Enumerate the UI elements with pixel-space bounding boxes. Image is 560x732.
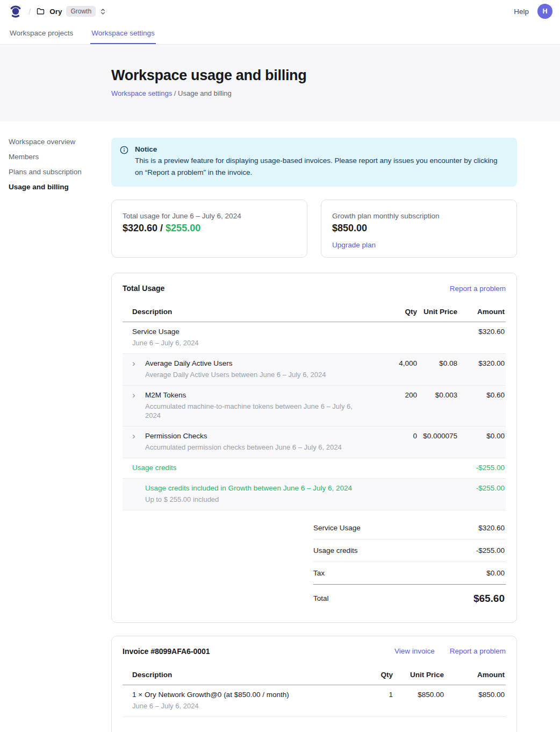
- col-amount: Amount: [444, 671, 506, 679]
- row-description: Permission Checks: [145, 431, 362, 441]
- report-problem-link[interactable]: Report a problem: [450, 647, 506, 655]
- avatar[interactable]: H: [537, 4, 552, 19]
- page-title: Workspace usage and billing: [111, 67, 560, 84]
- invoice-title: Invoice #8099AFA6-0001: [123, 647, 210, 656]
- tab[interactable]: Workspace settings: [90, 23, 156, 44]
- chevron-updown-icon: [100, 8, 106, 15]
- workspace-name: Ory: [49, 8, 62, 16]
- row-amount: -$255.00: [457, 484, 506, 493]
- row-subtext: June 6 – July 6, 2024: [132, 338, 362, 348]
- table-header: Description Qty Unit Price Amount: [123, 302, 506, 322]
- row-amount: $0.60: [457, 390, 506, 400]
- row-subtext: Up to $ 255.00 included: [145, 495, 362, 504]
- sidebar-item[interactable]: Workspace overview: [9, 138, 111, 146]
- sidebar-item[interactable]: Plans and subscription: [9, 168, 111, 176]
- upgrade-plan-link[interactable]: Upgrade plan: [332, 241, 376, 249]
- usage-period-label: Total usage for June 6 – July 6, 2024: [123, 212, 296, 220]
- sidebar-item[interactable]: Usage and billing: [9, 183, 111, 191]
- summary-row: 1 × Ory Network Growth@0 (at $850.00 / m…: [313, 723, 506, 732]
- table-row: › Service Usage June 6 – July 6, 2024 $3…: [123, 322, 506, 354]
- breadcrumb: Workspace settings / Usage and billing: [111, 89, 560, 97]
- avatar-initial: H: [542, 8, 547, 15]
- row-subtext: Accumulated machine-to-machine tokens be…: [145, 402, 362, 421]
- view-invoice-link[interactable]: View invoice: [394, 647, 435, 655]
- row-description: Average Daily Active Users: [145, 359, 362, 368]
- plan-subscription-card: Growth plan monthly subscription $850.00…: [321, 200, 517, 258]
- row-amount: $320.60: [457, 327, 506, 337]
- expand-chevron-icon[interactable]: ›: [132, 359, 140, 369]
- notice-body: This is a preview feature for displaying…: [135, 155, 506, 178]
- summary-row: Usage credits -$255.00: [313, 539, 506, 562]
- tab[interactable]: Workspace projects: [9, 23, 74, 44]
- row-description: Usage credits: [132, 463, 362, 473]
- row-unit-price: $0.003: [417, 390, 457, 400]
- col-unit-price: Unit Price: [393, 671, 444, 679]
- col-description: Description: [132, 671, 361, 679]
- notice-banner: Notice This is a preview feature for dis…: [111, 138, 517, 187]
- folder-icon: [37, 7, 45, 16]
- col-unit-price: Unit Price: [417, 308, 457, 316]
- table-row: › 1 × Ory Network Growth@0 (at $850.00 /…: [123, 685, 506, 717]
- row-unit-price: $0.000075: [417, 431, 457, 441]
- col-amount: Amount: [457, 308, 506, 316]
- breadcrumb-sep: /: [172, 89, 178, 97]
- expand-chevron-icon[interactable]: ›: [132, 390, 140, 401]
- col-qty: Qty: [361, 671, 393, 679]
- main-content: Notice This is a preview feature for dis…: [111, 122, 517, 732]
- usage-credit-amount: $255.00: [166, 223, 200, 233]
- breadcrumb-current: Usage and billing: [178, 89, 232, 97]
- plan-badge: Growth: [66, 6, 96, 17]
- sidebar-item[interactable]: Members: [9, 153, 111, 161]
- page-header: Workspace usage and billing Workspace se…: [0, 45, 560, 122]
- summary-total-row: Total $65.60: [313, 584, 506, 612]
- row-amount: $0.00: [457, 431, 506, 441]
- row-amount: -$255.00: [457, 463, 506, 473]
- table-row: › Average Daily Active Users Average Dai…: [123, 354, 506, 386]
- usage-summary: Service Usage $320.60 Usage credits -$25…: [313, 517, 506, 612]
- settings-sidebar: Workspace overview Members Plans and sub…: [0, 122, 111, 732]
- col-qty: Qty: [369, 308, 417, 316]
- col-description: Description: [132, 308, 369, 316]
- plan-amount: $850.00: [332, 223, 506, 234]
- row-subtext: Average Daily Active Users between June …: [145, 370, 362, 380]
- row-unit-price: $850.00: [393, 690, 444, 700]
- row-qty: 200: [369, 390, 417, 400]
- notice-title: Notice: [135, 145, 506, 153]
- row-description: M2M Tokens: [145, 390, 362, 400]
- row-amount: $320.00: [457, 359, 506, 368]
- workspace-switcher[interactable]: Ory Growth: [37, 6, 106, 17]
- summary-row: Tax $0.00: [313, 562, 506, 584]
- invoice-summary: 1 × Ory Network Growth@0 (at $850.00 / m…: [313, 723, 506, 732]
- total-usage-card: Total Usage Report a problem Description…: [111, 273, 517, 623]
- row-description: Usage credits included in Growth between…: [145, 484, 362, 493]
- help-link[interactable]: Help: [514, 8, 529, 16]
- workspace-tabs: Workspace projects Workspace settings: [0, 23, 560, 45]
- info-icon: [120, 146, 128, 178]
- table-header: Description Qty Unit Price Amount: [123, 665, 506, 685]
- row-qty: 0: [369, 431, 417, 441]
- table-row: › Usage credits -$255.00: [123, 458, 506, 479]
- usage-amount: $320.60 / $255.00: [123, 223, 296, 234]
- row-description: 1 × Ory Network Growth@0 (at $850.00 / m…: [132, 690, 354, 700]
- breadcrumb-settings-link[interactable]: Workspace settings: [111, 89, 172, 97]
- card-title: Total Usage: [123, 284, 164, 293]
- total-usage-summary-card: Total usage for June 6 – July 6, 2024 $3…: [111, 200, 307, 258]
- report-problem-link[interactable]: Report a problem: [450, 285, 506, 293]
- table-row: › M2M Tokens Accumulated machine-to-mach…: [123, 386, 506, 427]
- topbar: / Ory Growth Help H: [0, 0, 560, 23]
- row-subtext: June 6 – July 6, 2024: [132, 701, 354, 711]
- row-subtext: Accumulated permission checks between Ju…: [145, 443, 362, 452]
- table-row: › Permission Checks Accumulated permissi…: [123, 427, 506, 458]
- ory-logo-icon[interactable]: [9, 4, 23, 18]
- row-unit-price: $0.08: [417, 359, 457, 368]
- plan-label: Growth plan monthly subscription: [332, 212, 506, 220]
- summary-row: Service Usage $320.60: [313, 517, 506, 539]
- row-amount: $850.00: [444, 690, 506, 700]
- invoice-card: Invoice #8099AFA6-0001 View invoice Repo…: [111, 636, 517, 732]
- row-qty: 1: [361, 690, 393, 700]
- row-qty: 4,000: [369, 359, 417, 368]
- expand-chevron-icon[interactable]: ›: [132, 431, 140, 442]
- row-description: Service Usage: [132, 327, 362, 337]
- table-row: › Usage credits included in Growth betwe…: [123, 479, 506, 510]
- breadcrumb-separator: /: [28, 7, 31, 16]
